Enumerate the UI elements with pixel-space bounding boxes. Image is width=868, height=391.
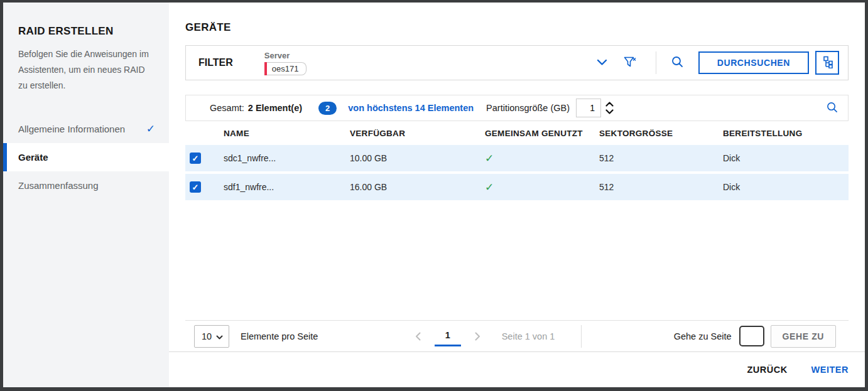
column-header-shared: GEMEINSAM GENUTZT <box>480 129 599 138</box>
filter-search-button[interactable] <box>671 56 683 70</box>
stepper-down-button[interactable] <box>605 109 614 114</box>
filter-actions: DURCHSUCHEN <box>597 51 848 75</box>
raid-wizard-window: RAID ERSTELLEN Befolgen Sie die Anweisun… <box>3 3 865 387</box>
partition-size-label: Partitionsgröße (GB) <box>486 103 570 113</box>
tree-view-button[interactable] <box>815 51 839 75</box>
selected-count-badge: 2 <box>318 102 337 115</box>
chevron-left-icon <box>415 333 421 343</box>
shared-check-icon: ✓ <box>480 181 599 194</box>
page-size-value: 10 <box>202 331 212 341</box>
column-header-provisioning: BEREITSTELLUNG <box>723 129 849 138</box>
server-filter-field: Server oes171 <box>264 51 307 75</box>
goto-page-button[interactable]: GEHE ZU <box>771 325 836 348</box>
browse-button[interactable]: DURCHSUCHEN <box>698 51 809 74</box>
goto-page-input[interactable] <box>739 326 764 346</box>
wizard-footer: ZURÜCK WEITER <box>169 351 865 387</box>
clear-filter-button[interactable] <box>624 56 637 70</box>
step-allgemeine-informationen[interactable]: Allgemeine Informationen ✓ <box>3 115 169 143</box>
check-icon: ✓ <box>192 154 199 163</box>
pagination-bar: 10 Elemente pro Seite 1 Seit <box>185 320 849 351</box>
search-icon <box>671 56 683 70</box>
step-completed-check-icon: ✓ <box>146 122 155 136</box>
cell-sector-size: 512 <box>599 153 723 163</box>
goto-page-label: Gehe zu Seite <box>674 331 732 341</box>
table-row[interactable]: ✓ sdc1_nwfre... 10.00 GB ✓ 512 Dick <box>185 145 849 171</box>
wizard-steps: Allgemeine Informationen ✓ Geräte Zusamm… <box>3 115 169 200</box>
tree-hierarchy-icon <box>822 56 833 70</box>
pager: 1 Seite 1 von 1 <box>410 325 582 348</box>
filter-label: FILTER <box>198 57 233 68</box>
cell-provisioning: Dick <box>723 153 849 163</box>
row-checkbox[interactable]: ✓ <box>190 153 201 164</box>
page-title: GERÄTE <box>185 21 849 34</box>
cell-available: 10.00 GB <box>350 153 480 163</box>
content-spacer <box>169 203 865 320</box>
search-icon <box>827 102 838 115</box>
column-header-available: VERFÜGBAR <box>350 129 480 138</box>
max-elements-label: von höchstens 14 Elementen <box>348 103 474 113</box>
cell-provisioning: Dick <box>723 182 849 192</box>
total-value: 2 Element(e) <box>248 103 302 113</box>
step-geraete[interactable]: Geräte <box>3 143 169 171</box>
previous-page-button[interactable] <box>410 332 426 341</box>
filter-clear-icon <box>624 56 637 70</box>
next-button[interactable]: WEITER <box>811 365 849 375</box>
step-label: Zusammenfassung <box>18 178 99 193</box>
total-label: Gesamt: <box>210 103 244 113</box>
partition-size-input[interactable] <box>576 99 601 117</box>
wizard-description: Befolgen Sie die Anweisungen im Assisten… <box>18 46 154 94</box>
goto-page-group: Gehe zu Seite GEHE ZU <box>674 325 836 348</box>
current-page[interactable]: 1 <box>435 330 461 346</box>
chevron-down-icon <box>216 331 223 341</box>
devices-table: NAME VERFÜGBAR GEMEINSAM GENUTZT SEKTORG… <box>185 121 849 203</box>
row-checkbox[interactable]: ✓ <box>190 181 201 193</box>
filter-expand-button[interactable] <box>597 58 607 68</box>
table-row[interactable]: ✓ sdf1_nwfre... 16.00 GB ✓ 512 Dick <box>185 174 849 200</box>
main-panel: GERÄTE FILTER Server oes171 <box>169 3 865 387</box>
column-header-name: NAME <box>224 129 350 138</box>
wizard-sidebar: RAID ERSTELLEN Befolgen Sie die Anweisun… <box>3 3 169 387</box>
step-label: Geräte <box>18 149 48 165</box>
chevron-right-icon <box>475 333 480 343</box>
chevron-down-icon <box>605 107 614 116</box>
cell-available: 16.00 GB <box>350 182 480 192</box>
page-size-select[interactable]: 10 <box>194 325 229 348</box>
shared-check-icon: ✓ <box>480 152 599 165</box>
next-page-button[interactable] <box>470 332 486 341</box>
server-filter-chip[interactable]: oes171 <box>264 62 307 75</box>
table-header-row: NAME VERFÜGBAR GEMEINSAM GENUTZT SEKTORG… <box>185 121 849 145</box>
step-label: Allgemeine Informationen <box>18 121 125 137</box>
pager-divider <box>581 325 582 348</box>
back-button[interactable]: ZURÜCK <box>747 365 787 375</box>
cell-name: sdc1_nwfre... <box>224 153 350 163</box>
filter-divider <box>656 51 656 74</box>
server-field-label: Server <box>264 51 307 60</box>
cell-name: sdf1_nwfre... <box>224 182 350 192</box>
column-header-sector-size: SEKTORGRÖSSE <box>599 129 723 138</box>
chip-value: oes171 <box>267 62 307 75</box>
cell-sector-size: 512 <box>599 182 723 192</box>
chevron-down-icon <box>597 58 607 68</box>
page-size-label: Elemente pro Seite <box>241 331 318 341</box>
step-zusammenfassung[interactable]: Zusammenfassung <box>3 171 169 200</box>
filter-bar: FILTER Server oes171 <box>185 45 849 80</box>
partition-size-stepper <box>605 102 614 114</box>
page-info: Seite 1 von 1 <box>502 331 555 341</box>
wizard-title: RAID ERSTELLEN <box>18 25 154 38</box>
stepper-up-button[interactable] <box>605 102 614 107</box>
summary-bar: Gesamt: 2 Element(e) 2 von höchstens 14 … <box>185 95 849 121</box>
table-search-button[interactable] <box>827 102 838 115</box>
check-icon: ✓ <box>192 183 199 192</box>
